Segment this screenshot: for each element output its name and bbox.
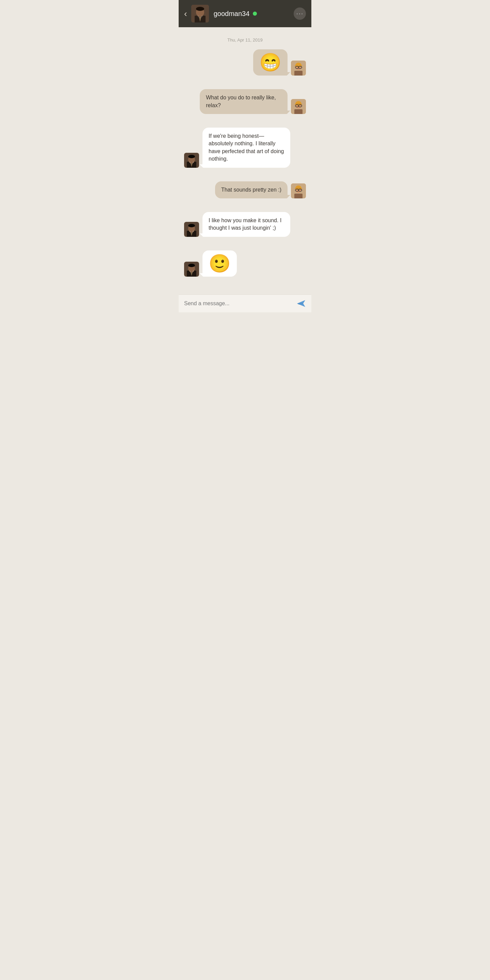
sent-avatar bbox=[291, 60, 306, 76]
send-button[interactable] bbox=[296, 299, 306, 308]
svg-rect-12 bbox=[294, 71, 302, 76]
chat-header: ‹ goodman34 ··· bbox=[179, 0, 311, 27]
date-separator: Thu, Apr 11, 2019 bbox=[184, 37, 306, 43]
svg-point-36 bbox=[188, 224, 195, 227]
message-bubble: I like how you make it sound. I thought … bbox=[202, 212, 290, 237]
received-avatar bbox=[184, 222, 199, 237]
message-row: 🙂 bbox=[184, 250, 306, 277]
message-input-bar bbox=[179, 294, 311, 312]
contact-name: goodman34 bbox=[214, 10, 250, 18]
contact-avatar bbox=[191, 5, 209, 22]
message-row: If we're being honest— absolutely nothin… bbox=[184, 127, 306, 168]
sent-avatar bbox=[291, 183, 306, 198]
svg-rect-18 bbox=[294, 109, 302, 114]
send-icon bbox=[296, 299, 306, 308]
message-bubble: 😁 bbox=[253, 49, 288, 76]
back-button[interactable]: ‹ bbox=[184, 8, 187, 19]
message-row: That sounds pretty zen :) bbox=[184, 181, 306, 198]
svg-point-4 bbox=[196, 7, 204, 11]
online-status-indicator bbox=[253, 11, 257, 16]
message-bubble: What do you do to really like, relax? bbox=[200, 89, 288, 114]
chat-messages-area: Thu, Apr 11, 2019 😁 bbox=[179, 27, 311, 294]
more-options-button[interactable]: ··· bbox=[294, 8, 306, 20]
message-input[interactable] bbox=[184, 301, 292, 307]
svg-rect-31 bbox=[294, 194, 302, 198]
message-row: What do you do to really like, relax? bbox=[184, 89, 306, 114]
message-bubble: If we're being honest— absolutely nothin… bbox=[202, 127, 290, 168]
message-bubble: That sounds pretty zen :) bbox=[215, 181, 288, 198]
received-avatar bbox=[184, 262, 199, 277]
message-bubble: 🙂 bbox=[202, 250, 237, 277]
header-info: goodman34 bbox=[214, 10, 294, 18]
svg-point-23 bbox=[188, 155, 195, 158]
received-avatar bbox=[184, 153, 199, 168]
message-row: I like how you make it sound. I thought … bbox=[184, 212, 306, 237]
sent-avatar bbox=[291, 99, 306, 114]
svg-point-43 bbox=[188, 264, 195, 267]
message-row: 😁 bbox=[184, 49, 306, 76]
